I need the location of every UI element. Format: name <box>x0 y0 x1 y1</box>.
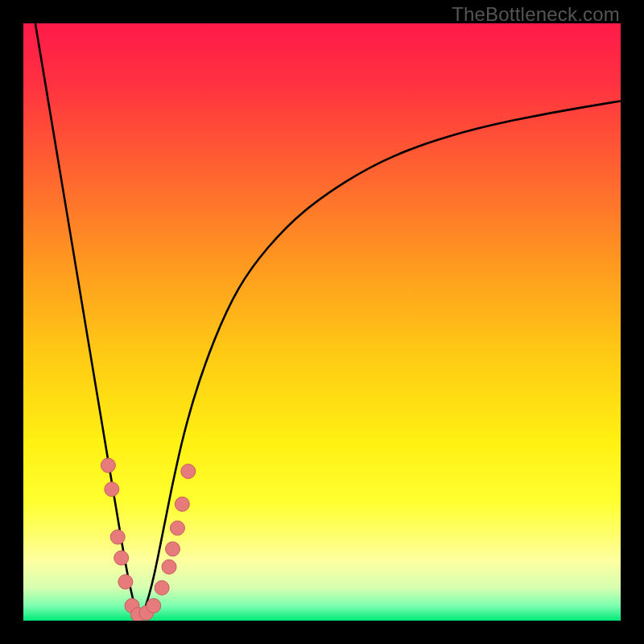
data-marker <box>155 580 169 595</box>
data-marker <box>181 464 196 479</box>
plot-area <box>23 23 621 621</box>
data-marker <box>118 575 133 589</box>
curve-layer <box>23 23 621 621</box>
data-marker <box>175 497 189 511</box>
data-marker <box>166 542 180 556</box>
watermark-text: TheBottleneck.com <box>452 3 620 26</box>
data-marker <box>162 559 176 574</box>
chart-frame: TheBottleneck.com <box>0 0 644 644</box>
data-marker <box>101 458 115 473</box>
data-marker <box>105 482 119 497</box>
bottleneck-curve <box>35 23 621 615</box>
data-marker <box>170 521 184 535</box>
data-marker <box>147 598 161 613</box>
data-marker <box>114 551 129 565</box>
data-marker <box>110 530 125 544</box>
